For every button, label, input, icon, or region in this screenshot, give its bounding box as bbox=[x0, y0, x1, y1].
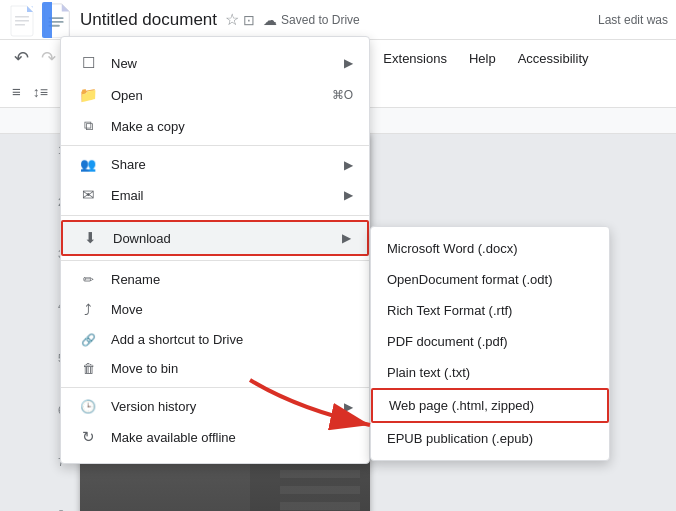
menu-rename[interactable]: ✏ Rename bbox=[61, 265, 369, 294]
menu-move[interactable]: ⤴ Move bbox=[61, 294, 369, 325]
download-odt[interactable]: OpenDocument format (.odt) bbox=[371, 264, 609, 295]
line-spacing-icon[interactable]: ↕≡ bbox=[29, 81, 52, 103]
menu-open[interactable]: 📁 Open ⌘O bbox=[61, 79, 369, 111]
cloud-icon: ☁ bbox=[263, 12, 277, 28]
menu-email[interactable]: ✉ Email ▶ bbox=[61, 179, 369, 211]
menu-add-shortcut[interactable]: 🔗 Add a shortcut to Drive bbox=[61, 325, 369, 354]
history-arrow-icon: ▶ bbox=[344, 400, 353, 414]
share-arrow-icon: ▶ bbox=[344, 158, 353, 172]
shortcut-icon: 🔗 bbox=[77, 333, 99, 347]
redo-button[interactable]: ↷ bbox=[37, 43, 60, 73]
svg-rect-2 bbox=[15, 16, 29, 18]
app-icon bbox=[42, 2, 72, 38]
top-bar: Untitled document ☆ ⊡ ☁ Saved to Drive L… bbox=[0, 0, 676, 40]
rename-icon: ✏ bbox=[77, 272, 99, 287]
menu-section-4: 🕒 Version history ▶ ↻ Make available off… bbox=[61, 388, 369, 457]
download-arrow-icon: ▶ bbox=[342, 231, 351, 245]
star-icon[interactable]: ☆ bbox=[225, 10, 239, 29]
menu-section-download: ⬇ Download ▶ bbox=[61, 216, 369, 261]
offline-icon: ↻ bbox=[77, 428, 99, 446]
email-arrow-icon: ▶ bbox=[344, 188, 353, 202]
svg-rect-3 bbox=[15, 20, 29, 22]
download-epub[interactable]: EPUB publication (.epub) bbox=[371, 423, 609, 454]
menu-item-help[interactable]: Help bbox=[459, 47, 506, 70]
open-icon: 📁 bbox=[77, 86, 99, 104]
menu-item-accessibility[interactable]: Accessibility bbox=[508, 47, 599, 70]
menu-section-2: 👥 Share ▶ ✉ Email ▶ bbox=[61, 146, 369, 216]
move-icon: ⤴ bbox=[77, 301, 99, 318]
menu-section-1: ☐ New ▶ 📁 Open ⌘O ⧉ Make a copy bbox=[61, 43, 369, 146]
file-dropdown-menu: ☐ New ▶ 📁 Open ⌘O ⧉ Make a copy 👥 Share … bbox=[60, 36, 370, 464]
docs-icon bbox=[8, 2, 36, 38]
bin-icon: 🗑 bbox=[77, 361, 99, 376]
menu-version-history[interactable]: 🕒 Version history ▶ bbox=[61, 392, 369, 421]
cloud-status: Saved to Drive bbox=[281, 13, 360, 27]
menu-make-copy[interactable]: ⧉ Make a copy bbox=[61, 111, 369, 141]
menu-section-3: ✏ Rename ⤴ Move 🔗 Add a shortcut to Driv… bbox=[61, 261, 369, 388]
menu-item-extensions[interactable]: Extensions bbox=[373, 47, 457, 70]
download-pdf[interactable]: PDF document (.pdf) bbox=[371, 326, 609, 357]
last-edit-text: Last edit was bbox=[598, 13, 668, 27]
align-left-icon[interactable]: ≡ bbox=[8, 80, 25, 103]
download-icon: ⬇ bbox=[79, 229, 101, 247]
copy-icon: ⧉ bbox=[77, 118, 99, 134]
download-rtf[interactable]: Rich Text Format (.rtf) bbox=[371, 295, 609, 326]
download-html[interactable]: Web page (.html, zipped) bbox=[371, 388, 609, 423]
new-icon: ☐ bbox=[77, 54, 99, 72]
menu-offline[interactable]: ↻ Make available offline bbox=[61, 421, 369, 453]
download-docx[interactable]: Microsoft Word (.docx) bbox=[371, 233, 609, 264]
download-submenu: Microsoft Word (.docx) OpenDocument form… bbox=[370, 226, 610, 461]
menu-new[interactable]: ☐ New ▶ bbox=[61, 47, 369, 79]
arrow-icon: ▶ bbox=[344, 56, 353, 70]
menu-move-to-bin[interactable]: 🗑 Move to bin bbox=[61, 354, 369, 383]
menu-share[interactable]: 👥 Share ▶ bbox=[61, 150, 369, 179]
email-icon: ✉ bbox=[77, 186, 99, 204]
download-txt[interactable]: Plain text (.txt) bbox=[371, 357, 609, 388]
undo-button[interactable]: ↶ bbox=[8, 43, 35, 73]
share-icon: 👥 bbox=[77, 157, 99, 172]
svg-rect-4 bbox=[15, 24, 25, 26]
history-icon: 🕒 bbox=[77, 399, 99, 414]
doc-title[interactable]: Untitled document bbox=[80, 10, 217, 30]
menu-download[interactable]: ⬇ Download ▶ bbox=[61, 220, 369, 256]
folder-icon[interactable]: ⊡ bbox=[243, 12, 255, 28]
